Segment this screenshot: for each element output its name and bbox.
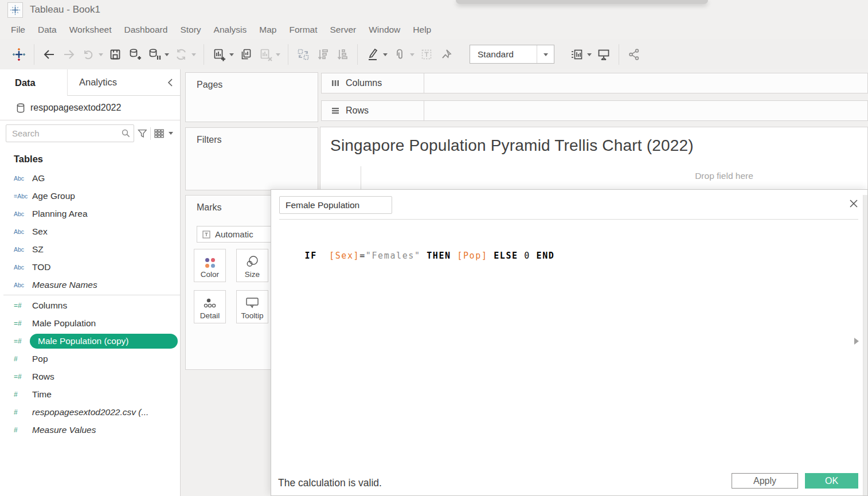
redo-button[interactable] <box>59 44 79 65</box>
field-row[interactable]: # Time <box>0 385 180 403</box>
highlight-pen-icon <box>366 48 379 61</box>
menu-item[interactable]: Dashboard <box>118 20 174 39</box>
dialog-scrollbar[interactable] <box>863 195 867 495</box>
view-options-icon[interactable] <box>154 129 165 138</box>
field-label: Pop <box>32 354 48 364</box>
field-row[interactable]: =# Male Population <box>0 314 180 332</box>
fix-axes-button[interactable] <box>436 44 456 65</box>
menu-item[interactable]: Server <box>324 20 363 39</box>
menu-item[interactable]: Window <box>362 20 406 39</box>
mark-type-icon <box>202 231 210 239</box>
toolbar-separator <box>204 44 204 65</box>
tooltip-button[interactable]: Tooltip <box>236 290 268 323</box>
calculation-name-input[interactable] <box>279 196 392 214</box>
text-label-button[interactable] <box>417 44 436 65</box>
detail-button[interactable]: Detail <box>194 290 226 323</box>
new-worksheet-button[interactable] <box>209 44 229 65</box>
show-mark-labels-caret[interactable] <box>587 53 592 58</box>
sort-ascending-button[interactable] <box>313 44 333 65</box>
new-worksheet-icon <box>212 48 226 61</box>
tooltip-label: Tooltip <box>241 311 263 320</box>
replay-button[interactable] <box>79 44 98 65</box>
highlight-dropdown-caret[interactable] <box>383 53 388 58</box>
field-row[interactable]: =# Columns <box>0 296 180 314</box>
tab-analytics[interactable]: Analytics <box>68 69 161 96</box>
size-icon <box>245 255 259 268</box>
pages-label: Pages <box>186 73 318 90</box>
refresh-dropdown-caret[interactable] <box>191 53 196 58</box>
workspace: Pages Filters Marks Automatic Color Size <box>181 69 868 496</box>
new-worksheet-dropdown-caret[interactable] <box>229 53 234 58</box>
filter-fields-icon[interactable] <box>138 129 147 138</box>
rows-shelf-text: Rows <box>346 106 369 116</box>
save-button[interactable] <box>105 44 125 65</box>
datasource-row[interactable]: respopagesextod2022 <box>0 96 180 120</box>
search-icon <box>122 129 130 138</box>
swap-rows-columns-button[interactable] <box>294 44 313 65</box>
duplicate-sheet-button[interactable] <box>236 44 256 65</box>
color-button[interactable]: Color <box>194 249 226 282</box>
field-row[interactable]: # Measure Values <box>0 421 180 439</box>
menu-item[interactable]: File <box>5 20 32 39</box>
highlight-button[interactable] <box>363 44 382 65</box>
field-row[interactable]: Abc Measure Names <box>0 276 180 294</box>
menu-item[interactable]: Help <box>406 20 437 39</box>
field-label: Sex <box>32 226 48 237</box>
formula-editor[interactable]: IF [Sex]="Females" THEN [Pop] ELSE 0 END <box>280 230 555 261</box>
undo-button[interactable] <box>40 44 59 65</box>
group-members-button[interactable] <box>390 44 409 65</box>
refresh-datasource-button[interactable] <box>171 44 191 65</box>
clear-dropdown-caret[interactable] <box>276 53 280 58</box>
sort-descending-button[interactable] <box>333 44 352 65</box>
ok-button[interactable]: OK <box>805 473 858 489</box>
pause-auto-updates-button[interactable] <box>144 44 164 65</box>
menu-item[interactable]: Story <box>174 20 207 39</box>
field-row[interactable]: Abc TOD <box>0 258 180 276</box>
field-row[interactable]: Abc AG <box>0 169 180 187</box>
field-label: Measure Values <box>32 425 96 435</box>
refresh-icon <box>175 48 187 61</box>
columns-shelf-droparea[interactable] <box>424 73 868 93</box>
view-options-caret[interactable] <box>169 132 173 137</box>
rows-icon <box>331 107 339 115</box>
rows-shelf-droparea[interactable] <box>424 100 868 121</box>
menu-item[interactable]: Worksheet <box>63 20 118 39</box>
field-row[interactable]: =# Male Population (copy) <box>0 332 180 350</box>
field-row[interactable]: # respopagesextod2022.csv (... <box>0 403 180 421</box>
field-row[interactable]: Abc Planning Area <box>0 205 180 222</box>
replay-dropdown-caret[interactable] <box>99 53 103 58</box>
close-dialog-button[interactable] <box>849 198 859 209</box>
menu-item[interactable]: Format <box>283 20 323 39</box>
formula-token <box>421 251 427 261</box>
fit-selector-caret-button[interactable] <box>537 45 554 63</box>
field-row[interactable]: # Pop <box>0 350 180 368</box>
tableau-logo-button[interactable] <box>9 44 29 65</box>
detail-label: Detail <box>200 311 220 320</box>
measure-type-icon: =# <box>14 337 30 345</box>
filters-shelf[interactable]: Filters <box>185 127 318 190</box>
collapse-pane-button[interactable] <box>161 69 180 96</box>
apply-button[interactable]: Apply <box>732 473 798 489</box>
clear-sheet-button[interactable] <box>256 44 275 65</box>
menu-item[interactable]: Data <box>32 20 63 39</box>
presentation-mode-button[interactable] <box>594 44 613 65</box>
pages-shelf[interactable]: Pages <box>185 72 318 122</box>
fit-selector[interactable]: Standard <box>470 45 554 64</box>
sheet-title[interactable]: Singapore Population Pyramid Trellis Cha… <box>330 136 694 155</box>
field-row[interactable]: =# Rows <box>0 368 180 385</box>
field-row[interactable]: Abc SZ <box>0 240 180 258</box>
pause-dropdown-caret[interactable] <box>165 53 169 58</box>
tab-data[interactable]: Data <box>0 69 68 96</box>
search-input[interactable] <box>6 124 134 142</box>
close-icon <box>850 200 858 208</box>
menu-item[interactable]: Map <box>253 20 283 39</box>
group-dropdown-caret[interactable] <box>410 53 415 58</box>
new-datasource-button[interactable] <box>125 44 144 65</box>
field-row[interactable]: Abc Sex <box>0 222 180 240</box>
show-mark-labels-button[interactable] <box>567 44 587 65</box>
size-button[interactable]: Size <box>236 249 268 282</box>
menu-item[interactable]: Analysis <box>208 20 253 39</box>
expand-editor-arrow-icon[interactable] <box>854 338 862 345</box>
field-row[interactable]: =Abc Age Group <box>0 187 180 205</box>
share-button[interactable] <box>624 44 644 65</box>
